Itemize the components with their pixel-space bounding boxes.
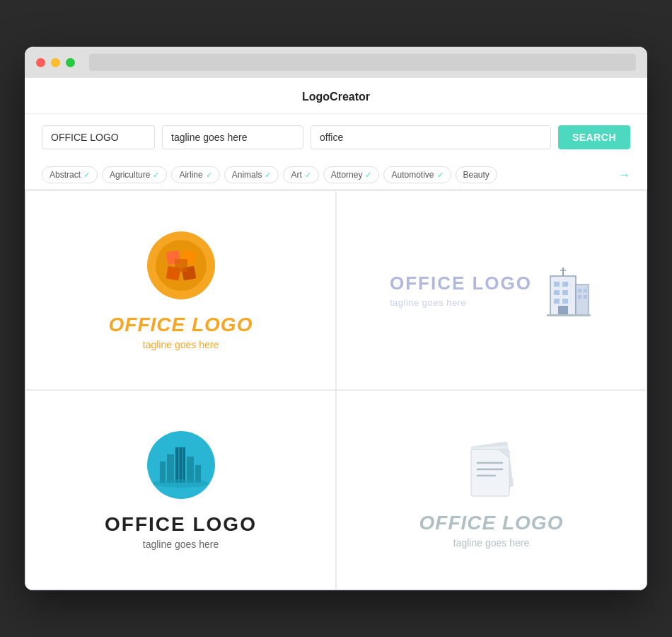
check-icon: ✓ bbox=[365, 171, 371, 180]
category-abstract[interactable]: Abstract ✓ bbox=[42, 166, 98, 183]
logo4-tagline: tagline goes here bbox=[453, 537, 529, 549]
svg-rect-6 bbox=[175, 259, 187, 272]
svg-rect-8 bbox=[554, 282, 560, 287]
category-label: Automotive bbox=[391, 170, 434, 180]
company-name-input[interactable] bbox=[42, 125, 155, 149]
logo2-company: OFFICE LOGO bbox=[390, 272, 532, 294]
check-icon: ✓ bbox=[206, 171, 212, 180]
document-stack-icon bbox=[460, 431, 523, 502]
svg-rect-11 bbox=[562, 290, 568, 295]
logo2-text: OFFICE LOGO tagline goes here bbox=[390, 272, 532, 308]
app-window: LogoCreator SEARCH Abstract ✓ Agricultur… bbox=[25, 47, 647, 590]
building-icon bbox=[543, 262, 593, 318]
svg-rect-25 bbox=[167, 454, 174, 483]
svg-rect-12 bbox=[554, 299, 560, 304]
check-icon: ✓ bbox=[265, 171, 271, 180]
svg-rect-9 bbox=[562, 282, 568, 287]
logo-card-1[interactable]: OFFICE LOGO tagline goes here bbox=[26, 191, 335, 389]
logo1-company: OFFICE LOGO bbox=[109, 314, 253, 336]
office-ms-icon bbox=[146, 230, 216, 301]
svg-rect-14 bbox=[558, 306, 568, 315]
svg-rect-13 bbox=[562, 299, 568, 304]
svg-rect-22 bbox=[547, 314, 591, 316]
svg-point-31 bbox=[153, 479, 209, 488]
svg-rect-16 bbox=[578, 289, 581, 292]
category-label: Beauty bbox=[463, 170, 489, 180]
titlebar bbox=[25, 47, 647, 78]
app-title: LogoCreator bbox=[25, 78, 647, 114]
svg-rect-24 bbox=[160, 461, 166, 483]
svg-rect-10 bbox=[554, 290, 560, 295]
logo3-tagline: tagline goes here bbox=[143, 539, 219, 550]
category-beauty[interactable]: Beauty bbox=[456, 166, 497, 183]
check-icon: ✓ bbox=[437, 171, 444, 180]
close-button[interactable] bbox=[36, 58, 45, 67]
search-bar: SEARCH bbox=[25, 114, 647, 161]
svg-rect-18 bbox=[578, 295, 581, 299]
check-icon: ✓ bbox=[305, 171, 311, 180]
logo-card-2[interactable]: OFFICE LOGO tagline goes here bbox=[337, 191, 646, 389]
url-bar bbox=[89, 54, 636, 71]
svg-rect-35 bbox=[471, 449, 509, 496]
category-label: Attorney bbox=[331, 170, 363, 180]
category-art[interactable]: Art ✓ bbox=[283, 166, 318, 183]
category-attorney[interactable]: Attorney ✓ bbox=[323, 166, 380, 183]
logo1-tagline: tagline goes here bbox=[143, 339, 219, 350]
search-button[interactable]: SEARCH bbox=[558, 125, 630, 149]
category-label: Agriculture bbox=[110, 170, 150, 180]
logo4-company: OFFICE LOGO bbox=[419, 512, 564, 534]
svg-rect-17 bbox=[584, 289, 587, 292]
check-icon: ✓ bbox=[83, 171, 90, 180]
category-agriculture[interactable]: Agriculture ✓ bbox=[102, 166, 167, 183]
category-next-button[interactable]: → bbox=[618, 168, 630, 183]
category-automotive[interactable]: Automotive ✓ bbox=[383, 166, 451, 183]
logo3-company: OFFICE LOGO bbox=[105, 513, 257, 536]
category-label: Abstract bbox=[50, 170, 81, 180]
category-label: Airline bbox=[179, 170, 202, 180]
category-label: Animals bbox=[232, 170, 262, 180]
city-circle-icon bbox=[146, 430, 216, 500]
category-bar: Abstract ✓ Agriculture ✓ Airline ✓ Anima… bbox=[25, 161, 647, 190]
tagline-input[interactable] bbox=[162, 125, 303, 149]
svg-rect-26 bbox=[175, 447, 185, 483]
keyword-input[interactable] bbox=[311, 125, 551, 149]
minimize-button[interactable] bbox=[51, 58, 60, 67]
app-container: LogoCreator SEARCH Abstract ✓ Agricultur… bbox=[25, 78, 647, 590]
svg-rect-29 bbox=[187, 457, 194, 483]
logo2-layout: OFFICE LOGO tagline goes here bbox=[390, 262, 593, 318]
logo-card-4[interactable]: OFFICE LOGO tagline goes here bbox=[337, 391, 646, 589]
svg-rect-19 bbox=[584, 295, 587, 299]
category-label: Art bbox=[291, 170, 301, 180]
logo2-tagline: tagline goes here bbox=[390, 297, 532, 308]
category-animals[interactable]: Animals ✓ bbox=[224, 166, 279, 183]
logo-grid: OFFICE LOGO tagline goes here OFFICE LOG… bbox=[25, 190, 647, 590]
category-airline[interactable]: Airline ✓ bbox=[171, 166, 219, 183]
logo-card-3[interactable]: OFFICE LOGO tagline goes here bbox=[26, 391, 335, 589]
app-title-text: LogoCreator bbox=[302, 91, 370, 103]
maximize-button[interactable] bbox=[66, 58, 75, 67]
check-icon: ✓ bbox=[153, 171, 159, 180]
